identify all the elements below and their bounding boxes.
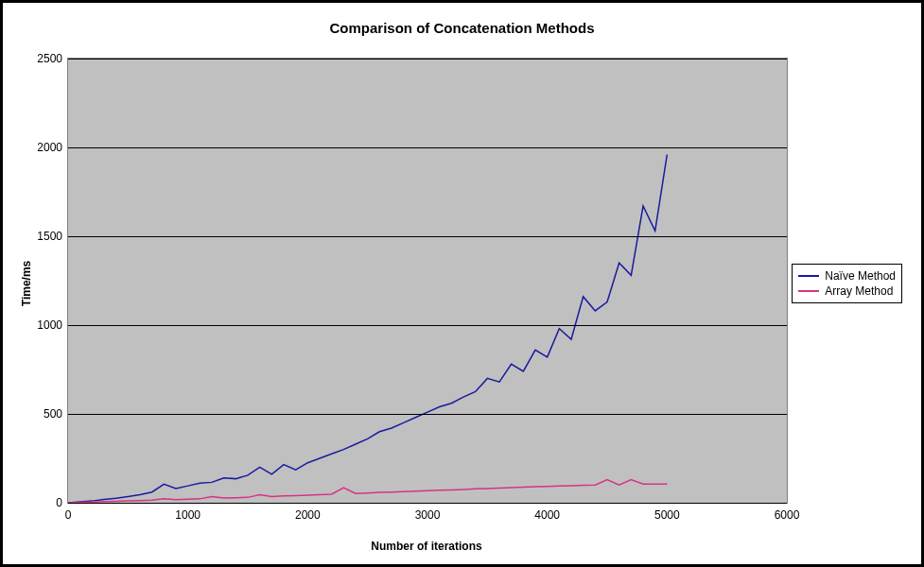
x-tick-label: 2000 bbox=[295, 508, 321, 522]
y-tick-label: 2000 bbox=[25, 141, 62, 154]
series-line bbox=[68, 155, 667, 503]
x-tick-label: 0 bbox=[65, 508, 72, 522]
gridline-y bbox=[68, 414, 787, 415]
gridline-y bbox=[68, 325, 787, 326]
x-tick-label: 5000 bbox=[654, 508, 680, 522]
legend: Naïve MethodArray Method bbox=[792, 264, 902, 303]
x-tick-label: 6000 bbox=[775, 508, 800, 522]
y-tick-label: 0 bbox=[25, 496, 62, 509]
chart-title: Comparison of Concatenation Methods bbox=[3, 20, 921, 36]
y-axis-label-container: Time/ms bbox=[18, 3, 35, 564]
legend-label: Array Method bbox=[825, 284, 893, 298]
legend-item: Array Method bbox=[798, 284, 896, 299]
plot-area: 0500100015002000250001000200030004000500… bbox=[67, 58, 788, 504]
chart-container: Comparison of Concatenation Methods Time… bbox=[0, 0, 924, 567]
y-tick-label: 2500 bbox=[25, 52, 62, 65]
x-tick-label: 1000 bbox=[175, 508, 200, 522]
y-tick-label: 500 bbox=[25, 407, 62, 421]
x-axis-label: Number of iterations bbox=[67, 540, 786, 553]
series-line bbox=[68, 480, 667, 503]
y-tick-label: 1500 bbox=[25, 230, 62, 243]
gridline-y bbox=[68, 503, 787, 504]
chart-lines bbox=[68, 59, 787, 503]
x-tick-label: 4000 bbox=[534, 508, 560, 522]
gridline-y bbox=[68, 147, 787, 148]
legend-item: Naïve Method bbox=[798, 268, 896, 284]
legend-swatch bbox=[798, 275, 819, 277]
gridline-y bbox=[68, 59, 787, 60]
legend-label: Naïve Method bbox=[825, 269, 896, 283]
y-axis-label: Time/ms bbox=[20, 261, 33, 306]
gridline-y bbox=[68, 236, 787, 237]
x-tick-label: 3000 bbox=[415, 508, 441, 522]
legend-swatch bbox=[798, 290, 819, 292]
y-tick-label: 1000 bbox=[25, 318, 62, 332]
